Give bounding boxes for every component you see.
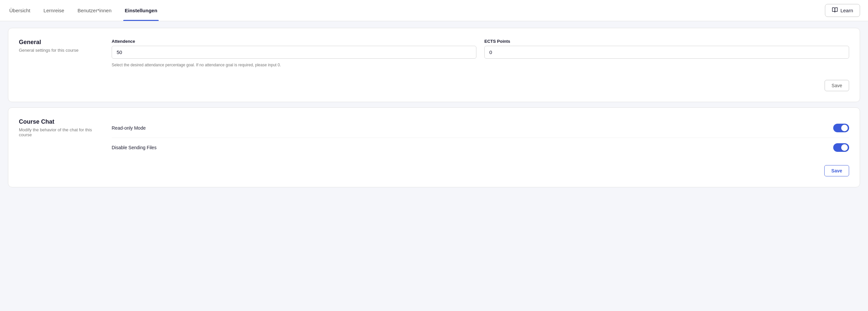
general-section: General General settings for this course… bbox=[8, 28, 860, 102]
attendance-field-group: Attendence Select the desired attendance… bbox=[112, 39, 476, 68]
course-chat-section: Course Chat Modify the behavior of the c… bbox=[8, 107, 860, 187]
course-chat-title: Course Chat bbox=[19, 118, 98, 125]
attendance-label: Attendence bbox=[112, 39, 476, 44]
disable-files-toggle-row: Disable Sending Files bbox=[112, 138, 849, 157]
learn-button[interactable]: Learn bbox=[825, 4, 860, 17]
ects-input[interactable] bbox=[484, 46, 849, 59]
tab-ubersicht[interactable]: Übersicht bbox=[8, 0, 31, 21]
general-layout: General General settings for this course… bbox=[19, 39, 849, 72]
course-chat-save-button[interactable]: Save bbox=[824, 165, 849, 176]
attendance-hint: Select the desired attendance percentage… bbox=[112, 62, 476, 68]
general-title: General bbox=[19, 39, 98, 46]
general-subtitle: General settings for this course bbox=[19, 48, 98, 53]
general-fields-row: Attendence Select the desired attendance… bbox=[112, 39, 849, 68]
course-chat-left: Course Chat Modify the behavior of the c… bbox=[19, 118, 98, 157]
course-chat-subtitle: Modify the behavior of the chat for this… bbox=[19, 127, 98, 137]
course-chat-layout: Course Chat Modify the behavior of the c… bbox=[19, 118, 849, 157]
nav-bar: Übersicht Lernreise Benutzer*innen Einst… bbox=[0, 0, 868, 21]
book-icon bbox=[832, 7, 838, 14]
general-save-button[interactable]: Save bbox=[825, 80, 849, 91]
attendance-input[interactable] bbox=[112, 46, 476, 59]
ects-field-group: ECTS Points bbox=[484, 39, 849, 68]
learn-button-label: Learn bbox=[840, 8, 853, 13]
page-content: General General settings for this course… bbox=[0, 21, 868, 194]
read-only-toggle[interactable] bbox=[833, 124, 849, 132]
ects-label: ECTS Points bbox=[484, 39, 849, 44]
general-footer: Save bbox=[19, 80, 849, 91]
read-only-toggle-row: Read-only Mode bbox=[112, 118, 849, 138]
disable-files-label: Disable Sending Files bbox=[112, 145, 156, 150]
tab-lernreise[interactable]: Lernreise bbox=[42, 0, 66, 21]
general-left: General General settings for this course bbox=[19, 39, 98, 72]
read-only-label: Read-only Mode bbox=[112, 125, 146, 131]
disable-files-toggle[interactable] bbox=[833, 143, 849, 152]
nav-tabs: Übersicht Lernreise Benutzer*innen Einst… bbox=[8, 0, 159, 21]
course-chat-footer: Save bbox=[19, 165, 849, 176]
tab-benutzerinnen[interactable]: Benutzer*innen bbox=[76, 0, 113, 21]
general-right: Attendence Select the desired attendance… bbox=[112, 39, 849, 72]
course-chat-right: Read-only Mode Disable Sending Files bbox=[112, 118, 849, 157]
tab-einstellungen[interactable]: Einstellungen bbox=[123, 0, 158, 21]
